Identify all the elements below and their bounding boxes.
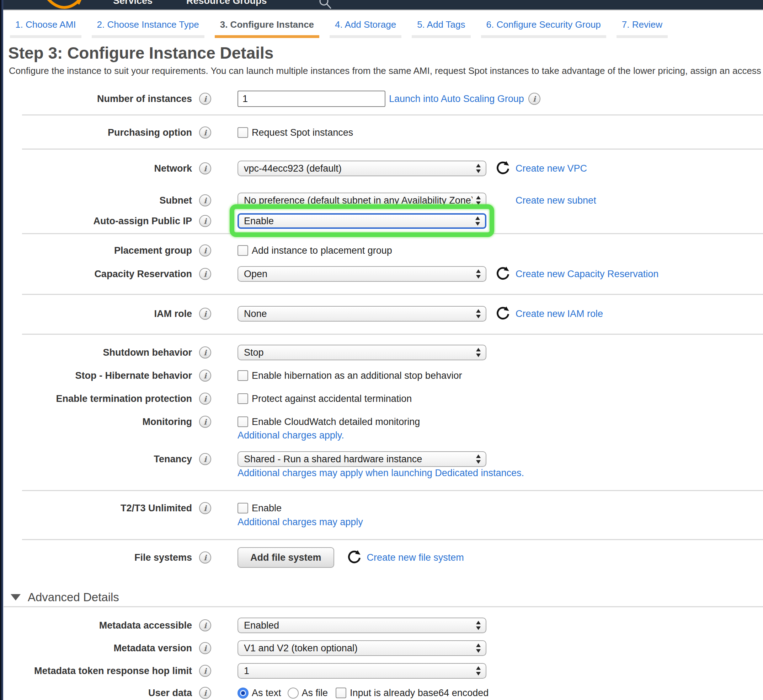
info-icon[interactable]: i <box>199 268 211 280</box>
number-of-instances-input[interactable] <box>238 91 385 107</box>
info-icon[interactable]: i <box>199 308 211 320</box>
form-row-network: Network i vpc-44ecc923 (default) Create … <box>9 158 763 178</box>
subnet-select[interactable]: No preference (default subnet in any Ava… <box>238 192 486 208</box>
termination-protection-checkbox[interactable] <box>238 393 248 404</box>
aws-top-navbar: Services Resource Groups <box>0 0 763 11</box>
monitoring-additional-charges-link[interactable]: Additional charges apply. <box>238 430 344 441</box>
user-data-as-text-label: As text <box>252 688 281 698</box>
user-data-as-text-radio[interactable] <box>238 688 249 698</box>
metadata-hop-limit-label: Metadata token response hop limit <box>9 666 192 677</box>
form-row-termination-protection: Enable termination protection i Protect … <box>9 389 763 409</box>
info-icon[interactable]: i <box>199 244 211 256</box>
hibernation-checkbox[interactable] <box>238 370 248 381</box>
base64-encoded-checkbox[interactable] <box>335 688 346 698</box>
cloudwatch-monitoring-checkbox[interactable] <box>238 416 248 427</box>
section-divider <box>22 233 763 234</box>
shutdown-behavior-select[interactable]: Stop <box>238 345 486 360</box>
advanced-details-toggle[interactable]: Advanced Details <box>11 591 119 604</box>
search-icon[interactable] <box>318 0 332 11</box>
capacity-reservation-select[interactable]: Open <box>238 266 486 282</box>
info-icon[interactable]: i <box>199 416 211 428</box>
section-divider <box>22 148 763 150</box>
tab-configure-security-group[interactable]: 6. Configure Security Group <box>481 19 606 38</box>
network-select[interactable]: vpc-44ecc923 (default) <box>238 161 486 176</box>
refresh-icon[interactable] <box>495 161 510 176</box>
launch-into-asg-link[interactable]: Launch into Auto Scaling Group <box>389 94 524 105</box>
file-systems-label: File systems <box>9 552 192 563</box>
tab-configure-instance[interactable]: 3. Configure Instance <box>215 19 319 38</box>
form-row-iam-role: IAM role i None Create new IAM role <box>9 304 763 324</box>
request-spot-instances-checkbox-label: Request Spot instances <box>252 127 353 138</box>
info-icon[interactable]: i <box>199 194 211 206</box>
refresh-icon[interactable] <box>495 306 510 321</box>
tenancy-additional-charges-link[interactable]: Additional charges may apply when launch… <box>238 468 524 479</box>
add-file-system-button[interactable]: Add file system <box>238 547 334 568</box>
auto-assign-public-ip-label: Auto-assign Public IP <box>9 216 192 227</box>
info-icon[interactable]: i <box>199 453 211 465</box>
metadata-accessible-label: Metadata accessible <box>9 620 192 631</box>
nav-services[interactable]: Services <box>113 0 152 6</box>
create-new-capacity-reservation-link[interactable]: Create new Capacity Reservation <box>515 269 658 280</box>
termination-protection-checkbox-label: Protect against accidental termination <box>252 393 412 405</box>
form-row-purchasing-option: Purchasing option i Request Spot instanc… <box>9 123 763 142</box>
t2t3-additional-charges-link[interactable]: Additional charges may apply <box>238 517 363 528</box>
tab-add-storage[interactable]: 4. Add Storage <box>330 19 401 38</box>
auto-assign-public-ip-select[interactable]: Enable <box>238 213 486 229</box>
metadata-version-label: Metadata version <box>9 643 192 654</box>
form-row-monitoring: Monitoring i Enable CloudWatch detailed … <box>9 412 763 432</box>
info-icon[interactable]: i <box>199 687 211 699</box>
tab-review[interactable]: 7. Review <box>617 19 668 38</box>
create-new-subnet-link[interactable]: Create new subnet <box>515 195 596 206</box>
info-icon[interactable]: i <box>199 370 211 381</box>
base64-encoded-checkbox-label: Input is already base64 encoded <box>350 688 489 698</box>
select-arrows-icon <box>475 309 481 319</box>
nav-resource-groups[interactable]: Resource Groups <box>186 0 267 6</box>
tab-add-tags[interactable]: 5. Add Tags <box>412 19 470 38</box>
info-icon[interactable]: i <box>199 93 211 105</box>
section-divider <box>22 294 763 295</box>
tab-choose-instance-type[interactable]: 2. Choose Instance Type <box>92 19 204 38</box>
tenancy-select[interactable]: Shared - Run a shared hardware instance <box>238 451 486 467</box>
placement-group-checkbox-label: Add instance to placement group <box>252 245 392 256</box>
select-arrows-icon <box>475 666 481 676</box>
create-new-file-system-link[interactable]: Create new file system <box>367 552 464 563</box>
iam-role-label: IAM role <box>9 308 192 319</box>
stop-hibernate-behavior-label: Stop - Hibernate behavior <box>9 370 192 381</box>
section-divider <box>22 334 763 335</box>
info-icon[interactable]: i <box>199 665 211 677</box>
refresh-icon[interactable] <box>495 267 510 281</box>
metadata-accessible-select[interactable]: Enabled <box>238 617 486 633</box>
user-data-as-file-radio[interactable] <box>288 688 299 698</box>
info-icon[interactable]: i <box>199 127 211 139</box>
metadata-version-select[interactable]: V1 and V2 (token optional) <box>238 640 486 656</box>
request-spot-instances-checkbox[interactable] <box>238 127 248 138</box>
info-icon[interactable]: i <box>199 162 211 175</box>
form-row-user-data: User data i As text As file Input is alr… <box>9 683 763 700</box>
metadata-hop-limit-select[interactable]: 1 <box>238 663 486 679</box>
info-icon[interactable]: i <box>199 619 211 631</box>
purchasing-option-label: Purchasing option <box>9 127 192 138</box>
info-icon[interactable]: i <box>199 642 211 654</box>
form-row-shutdown-behavior: Shutdown behavior i Stop <box>9 342 763 362</box>
info-icon[interactable]: i <box>199 552 211 564</box>
form-row-auto-assign-public-ip: Auto-assign Public IP i Enable <box>9 211 763 231</box>
form-row-capacity-reservation: Capacity Reservation i Open Create new C… <box>9 264 763 284</box>
info-icon[interactable]: i <box>199 347 211 359</box>
placement-group-checkbox[interactable] <box>238 245 248 256</box>
info-icon[interactable]: i <box>528 93 541 105</box>
info-icon[interactable]: i <box>199 393 211 405</box>
form-row-number-of-instances: Number of instances i Launch into Auto S… <box>9 89 763 109</box>
info-icon[interactable]: i <box>199 502 211 514</box>
create-new-vpc-link[interactable]: Create new VPC <box>515 163 587 174</box>
termination-protection-label: Enable termination protection <box>9 393 192 405</box>
create-new-iam-role-link[interactable]: Create new IAM role <box>515 308 603 319</box>
tenancy-label: Tenancy <box>9 454 192 465</box>
info-icon[interactable]: i <box>199 215 211 227</box>
tab-choose-ami[interactable]: 1. Choose AMI <box>10 19 81 38</box>
aws-logo-icon[interactable] <box>46 0 84 11</box>
iam-role-select[interactable]: None <box>238 306 486 322</box>
form-row-file-systems: File systems i Add file system Create ne… <box>9 547 763 568</box>
t2t3-enable-checkbox[interactable] <box>238 503 248 514</box>
refresh-icon[interactable] <box>346 550 361 565</box>
select-arrows-icon <box>475 643 481 653</box>
